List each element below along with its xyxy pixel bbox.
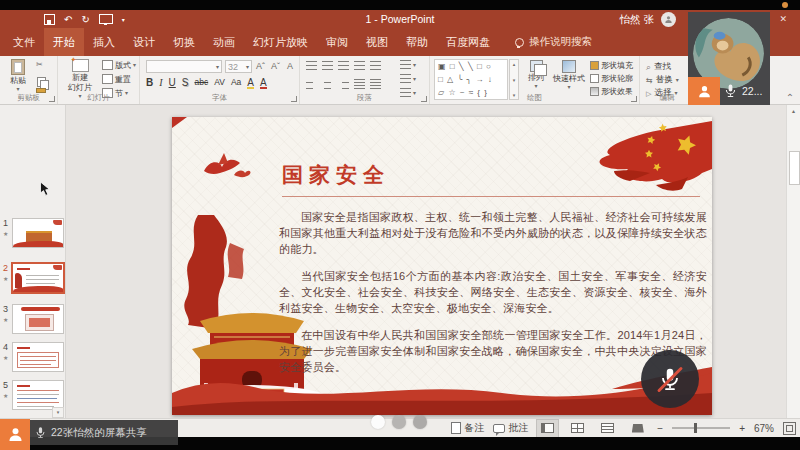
scrollbar-thumb[interactable] <box>789 151 800 185</box>
overlay-dot-3[interactable] <box>413 415 427 429</box>
normal-view-button[interactable] <box>537 420 558 437</box>
font-size-combo[interactable]: 32▾ <box>225 60 252 73</box>
tab-baidu-netdisk[interactable]: 百度网盘 <box>437 28 499 56</box>
paragraph-dialog-launcher[interactable] <box>421 96 427 102</box>
tab-home[interactable]: 开始 <box>44 28 84 56</box>
paste-dropdown-icon[interactable]: ▾ <box>16 86 19 92</box>
arrange-button[interactable]: 排列 ▾ <box>523 60 549 89</box>
layout-button[interactable]: 版式 ▾ <box>102 60 136 70</box>
notes-toggle[interactable]: 备注 <box>451 421 484 435</box>
group-slides: 新建 幻灯片 ▾ 版式 ▾ 重置 节 ▾ 幻灯片 <box>58 56 140 104</box>
record-indicator-dot <box>782 2 788 8</box>
shape-outline-button[interactable]: 形状轮廓 <box>590 74 633 83</box>
thumb-decor <box>26 279 59 280</box>
save-icon[interactable] <box>44 14 55 25</box>
collapse-ribbon-icon[interactable]: ⌃ <box>783 92 797 104</box>
mute-button[interactable] <box>641 350 699 408</box>
align-left-icon[interactable] <box>306 79 317 89</box>
tab-view[interactable]: 视图 <box>357 28 397 56</box>
comments-toggle[interactable]: 批注 <box>493 421 528 435</box>
gallery-up-icon[interactable]: ▴ <box>513 61 516 67</box>
start-slideshow-icon[interactable] <box>99 14 113 24</box>
gallery-down-icon[interactable]: ▾ <box>513 77 516 83</box>
underline-button[interactable]: U <box>169 77 176 88</box>
drawing-dialog-launcher[interactable] <box>631 96 637 102</box>
change-case-button[interactable]: Aa <box>231 77 241 88</box>
tab-help[interactable]: 帮助 <box>397 28 437 56</box>
vertical-scrollbar[interactable]: ▴ <box>786 105 800 418</box>
thumbnail-scroll-down-icon[interactable]: ▾ <box>52 407 64 418</box>
clear-formatting-icon[interactable]: A <box>287 62 293 71</box>
quick-access-toolbar: ↶ ↻ ▾ <box>44 10 125 28</box>
slide-thumbnail-5[interactable] <box>12 380 64 410</box>
text-shadow-button[interactable]: S <box>182 77 189 88</box>
line-spacing-icon[interactable] <box>370 61 381 70</box>
account-avatar[interactable] <box>661 12 676 27</box>
zoom-level[interactable]: 67% <box>754 423 774 434</box>
font-dialog-launcher[interactable] <box>291 96 297 102</box>
f it-slide-to-window-icon[interactable] <box>783 422 796 435</box>
justify-icon[interactable] <box>354 79 365 89</box>
tab-file[interactable]: 文件 <box>4 28 44 56</box>
bold-button[interactable]: B <box>146 77 153 88</box>
replace-button[interactable]: ⇆ 替换 ▾ <box>646 74 679 86</box>
slideshow-view-button[interactable] <box>627 420 648 437</box>
paste-button[interactable]: 粘贴 ▾ <box>6 59 30 92</box>
overlay-dot-2[interactable] <box>392 415 406 429</box>
slide-sorter-view-button[interactable] <box>567 420 588 437</box>
close-icon[interactable]: ✕ <box>779 10 787 28</box>
reading-view-button[interactable] <box>597 420 618 437</box>
slide-thumbnail-2-selected[interactable] <box>11 262 65 294</box>
thumb-decor <box>17 268 30 270</box>
zoom-out-button[interactable]: − <box>657 423 663 434</box>
tab-animations[interactable]: 动画 <box>204 28 244 56</box>
text-direction-button[interactable]: ▾ <box>400 60 416 69</box>
font-color-button[interactable]: A <box>260 77 267 88</box>
undo-icon[interactable]: ↶ <box>64 14 72 25</box>
slide-thumbnail-3[interactable] <box>12 304 64 334</box>
align-right-icon[interactable] <box>338 79 349 89</box>
tab-review[interactable]: 审阅 <box>317 28 357 56</box>
tab-transitions[interactable]: 切换 <box>164 28 204 56</box>
zoom-slider[interactable] <box>672 427 730 429</box>
reset-button[interactable]: 重置 <box>102 74 131 84</box>
align-text-button[interactable]: ▾ <box>400 74 416 83</box>
bullets-icon[interactable] <box>306 61 317 70</box>
zoom-in-button[interactable]: + <box>739 423 745 434</box>
character-spacing-button[interactable]: AV <box>214 77 225 88</box>
tab-design[interactable]: 设计 <box>124 28 164 56</box>
cut-icon[interactable]: ✂ <box>36 60 43 69</box>
slide-thumbnail-1[interactable] <box>12 218 64 248</box>
overlay-dot-1[interactable] <box>371 415 385 429</box>
qat-customize-icon[interactable]: ▾ <box>122 16 125 23</box>
account-name[interactable]: 怡然 张 <box>620 10 654 28</box>
redo-icon[interactable]: ↻ <box>81 14 89 25</box>
font-name-combo[interactable]: ▾ <box>146 60 222 73</box>
zoom-slider-thumb[interactable] <box>694 423 697 433</box>
clipboard-dialog-launcher[interactable] <box>49 96 55 102</box>
quick-styles-button[interactable]: 快速样式 ▾ <box>552 60 586 90</box>
tell-me-search[interactable]: 操作说明搜索 <box>515 28 592 56</box>
decrease-indent-icon[interactable] <box>338 61 349 70</box>
shape-outline-icon <box>590 74 599 83</box>
increase-indent-icon[interactable] <box>354 61 365 70</box>
strikethrough-button[interactable]: abc <box>194 77 208 88</box>
current-slide[interactable]: 国家安全 国家安全是指国家政权、主权、统一和领土完整、人民福祉、经济社会可持续发… <box>172 117 712 415</box>
thumb-decor <box>13 241 63 247</box>
highlight-color-button[interactable]: A <box>247 77 254 88</box>
tab-insert[interactable]: 插入 <box>84 28 124 56</box>
align-center-icon[interactable] <box>322 79 333 89</box>
numbering-icon[interactable] <box>322 61 333 70</box>
italic-button[interactable]: I <box>159 77 162 88</box>
tab-slideshow[interactable]: 幻灯片放映 <box>244 28 317 56</box>
find-button[interactable]: ⌕ 查找 <box>646 61 671 73</box>
shape-fill-button[interactable]: 形状填充 <box>590 61 633 70</box>
participant-video-panel[interactable]: 22... <box>688 12 770 105</box>
copy-icon[interactable] <box>37 77 46 87</box>
scroll-up-icon[interactable]: ▴ <box>787 107 800 114</box>
grow-font-icon[interactable]: Aˆ <box>256 62 265 71</box>
slide-thumbnail-4[interactable] <box>12 342 64 372</box>
shrink-font-icon[interactable]: Aˇ <box>271 62 280 71</box>
columns-icon[interactable] <box>370 79 381 89</box>
quick-styles-icon <box>562 60 576 73</box>
